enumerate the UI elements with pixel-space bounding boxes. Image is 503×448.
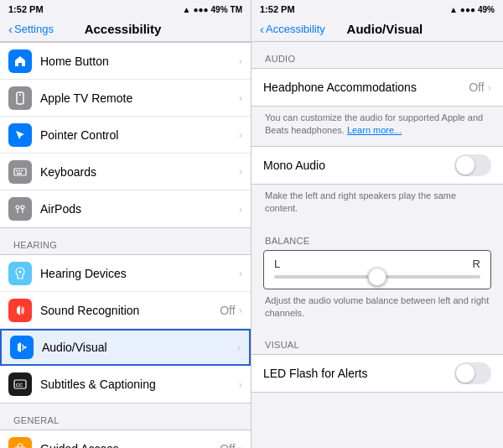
apple-tv-remote-label: Apple TV Remote xyxy=(40,91,239,105)
right-back-label: Accessibility xyxy=(266,23,325,35)
home-button-label: Home Button xyxy=(40,55,239,68)
guided-access-label: Guided Access xyxy=(40,442,220,449)
left-status-bar: 1:52 PM ▲ ●●● 49% TM xyxy=(0,0,251,18)
left-list-group-hearing: Hearing Devices › Sound Recognition Off … xyxy=(0,254,251,404)
list-item-keyboards[interactable]: Keyboards › xyxy=(0,154,251,190)
list-item-airpods[interactable]: AirPods › xyxy=(0,190,251,227)
right-nav-bar: ‹ Accessibility Audio/Visual xyxy=(252,18,503,42)
list-item-hearing-devices[interactable]: Hearing Devices › xyxy=(0,255,251,292)
airpods-chevron-icon: › xyxy=(239,203,242,216)
home-button-chevron-icon: › xyxy=(239,55,242,67)
list-item-sound-recognition[interactable]: Sound Recognition Off › xyxy=(0,292,251,329)
audio-visual-icon xyxy=(10,336,34,359)
general-section-header: GENERAL xyxy=(0,404,251,430)
list-item-subtitles-captioning[interactable]: CC Subtitles & Captioning › xyxy=(0,366,251,403)
right-nav-title: Audio/Visual xyxy=(325,22,444,36)
left-back-button[interactable]: ‹ Settings xyxy=(8,22,54,36)
balance-slider-thumb[interactable] xyxy=(368,268,386,286)
hearing-devices-label: Hearing Devices xyxy=(40,267,239,280)
right-scroll-area[interactable]: AUDIO Headphone Accommodations Off › You… xyxy=(252,42,503,448)
left-scroll-area[interactable]: Home Button › Apple TV Remote › Pointer … xyxy=(0,42,251,448)
keyboards-label: Keyboards xyxy=(40,165,239,179)
svg-rect-4 xyxy=(18,170,20,172)
left-status-icons: ▲ ●●● 49% TM xyxy=(183,5,243,14)
left-nav-bar: ‹ Settings Accessibility xyxy=(0,18,251,42)
audio-visual-label: Audio/Visual xyxy=(42,341,237,354)
hearing-devices-chevron-icon: › xyxy=(239,267,242,279)
pointer-control-icon xyxy=(8,123,32,147)
right-list-group-visual: LED Flash for Alerts xyxy=(252,354,503,393)
keyboards-chevron-icon: › xyxy=(239,165,242,178)
pointer-control-label: Pointer Control xyxy=(40,128,239,142)
battery-icon: 49% xyxy=(211,5,228,14)
right-list-group-audio: Headphone Accommodations Off › xyxy=(252,68,503,107)
svg-point-9 xyxy=(21,206,24,209)
apple-tv-remote-icon xyxy=(8,86,32,110)
svg-rect-3 xyxy=(16,170,18,172)
subtitles-captioning-icon: CC xyxy=(8,372,32,396)
tm-icon: TM xyxy=(231,5,242,14)
right-panel: 1:52 PM ▲ ●●● 49% ‹ Accessibility Audio/… xyxy=(252,0,503,448)
headphone-accommodations-chevron-icon: › xyxy=(488,81,491,94)
svg-point-7 xyxy=(16,206,19,209)
keyboards-icon xyxy=(8,160,32,184)
mono-audio-label: Mono Audio xyxy=(263,159,454,172)
right-wifi-icon: ▲ xyxy=(449,5,458,14)
sound-recognition-chevron-icon: › xyxy=(239,304,242,316)
balance-description: Adjust the audio volume balance between … xyxy=(252,289,503,329)
left-back-label: Settings xyxy=(14,23,54,35)
led-flash-label: LED Flash for Alerts xyxy=(263,367,454,380)
airpods-icon xyxy=(8,197,32,221)
svg-text:CC: CC xyxy=(16,383,23,388)
svg-marker-13 xyxy=(18,342,21,352)
learn-more-link[interactable]: Learn more... xyxy=(347,125,402,135)
right-time: 1:52 PM xyxy=(260,4,295,14)
subtitles-captioning-chevron-icon: › xyxy=(239,378,242,391)
pointer-control-chevron-icon: › xyxy=(239,128,242,141)
mono-audio-toggle[interactable] xyxy=(454,154,491,176)
right-status-bar: 1:52 PM ▲ ●●● 49% xyxy=(252,0,503,18)
headphone-accommodations-label: Headphone Accommodations xyxy=(263,81,469,94)
led-flash-toggle[interactable] xyxy=(454,362,491,384)
guided-access-chevron-icon: › xyxy=(239,442,242,448)
list-item-pointer-control[interactable]: Pointer Control › xyxy=(0,117,251,154)
list-item-apple-tv-remote[interactable]: Apple TV Remote › xyxy=(0,80,251,117)
guided-access-icon xyxy=(8,437,32,449)
sound-recognition-icon xyxy=(8,299,32,322)
hearing-devices-icon xyxy=(8,262,32,285)
right-list-item-headphone-accommodations[interactable]: Headphone Accommodations Off › xyxy=(252,69,503,106)
list-item-home-button[interactable]: Home Button › xyxy=(0,43,251,80)
right-back-chevron-icon: ‹ xyxy=(260,22,264,36)
sound-recognition-value: Off xyxy=(220,304,235,317)
balance-right-label: R xyxy=(473,258,480,270)
mono-audio-description: Make the left and right speakers play th… xyxy=(252,185,503,224)
right-status-icons: ▲ ●●● 49% xyxy=(449,5,495,14)
left-nav-title: Accessibility xyxy=(54,22,192,36)
balance-slider-track[interactable] xyxy=(274,275,480,279)
apple-tv-remote-chevron-icon: › xyxy=(239,91,242,104)
headphone-description: You can customize the audio for supporte… xyxy=(252,107,503,146)
balance-left-label: L xyxy=(274,258,280,270)
hearing-section-header: HEARING xyxy=(0,228,251,254)
right-signal-icon: ●●● xyxy=(460,5,475,14)
svg-rect-2 xyxy=(14,169,26,175)
svg-point-1 xyxy=(19,94,21,96)
right-battery-icon: 49% xyxy=(478,5,495,14)
list-item-guided-access[interactable]: Guided Access Off › xyxy=(0,430,251,448)
svg-point-11 xyxy=(19,270,22,273)
svg-rect-5 xyxy=(21,170,23,172)
home-button-icon xyxy=(8,49,32,73)
list-item-audio-visual[interactable]: Audio/Visual › xyxy=(0,329,251,366)
subtitles-captioning-label: Subtitles & Captioning xyxy=(40,378,239,391)
right-back-button[interactable]: ‹ Accessibility xyxy=(260,22,325,36)
headphone-accommodations-value: Off xyxy=(469,81,484,94)
right-list-group-mono: Mono Audio xyxy=(252,146,503,185)
left-list-group-general: Guided Access Off › Siri › Accessibility… xyxy=(0,430,251,448)
svg-marker-12 xyxy=(17,305,20,315)
left-panel: 1:52 PM ▲ ●●● 49% TM ‹ Settings Accessib… xyxy=(0,0,252,448)
guided-access-value: Off xyxy=(220,442,235,449)
audio-visual-chevron-icon: › xyxy=(237,341,241,354)
wifi-icon: ▲ xyxy=(183,5,191,14)
balance-box: L R xyxy=(263,250,491,289)
right-list-item-led-flash: LED Flash for Alerts xyxy=(252,355,503,392)
